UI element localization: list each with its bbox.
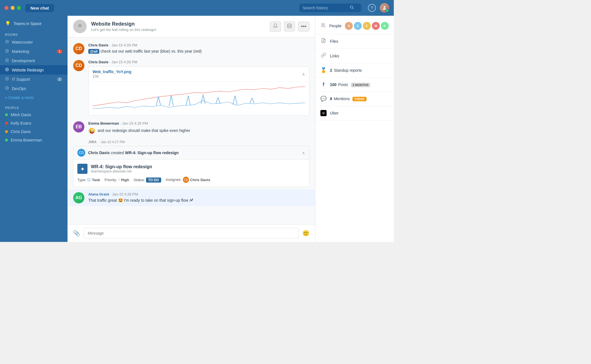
jira-type-label: Type: ☑ Task [77, 177, 100, 182]
sidebar-item-label: Marketing [12, 49, 29, 54]
user-avatar[interactable] [380, 3, 389, 13]
search-input[interactable] [303, 6, 348, 10]
collapse-icon[interactable]: ∧ [302, 71, 305, 77]
jira-assignee-label: Assignee CD Chris Davis [166, 177, 210, 183]
sidebar-item-website-redesign[interactable]: Website Redesign [0, 65, 68, 75]
chat-header-info: Website Redesign Let's get the ball roll… [91, 21, 265, 32]
channel-avatar [73, 20, 87, 33]
help-icon[interactable]: ? [368, 4, 376, 12]
more-options-button[interactable]: ••• [298, 22, 309, 32]
maximize-button[interactable] [17, 6, 21, 10]
jira-issue-info: WR-4: Sign-up flow redesign teamsinspace… [91, 164, 152, 173]
people-avatar-1: A [345, 22, 353, 30]
messages-area[interactable]: CD Chris Davis · Jan-15 4:26 PM @all che… [68, 37, 315, 224]
people-icon [320, 23, 326, 29]
people-label: People [329, 24, 341, 28]
message-content: Alana Grant · Jan-15 4:28 PM That traffi… [88, 192, 309, 203]
people-avatar-4: M [372, 22, 380, 30]
room-icon [5, 49, 9, 54]
message-body: and our redesign should make that spike … [98, 128, 190, 133]
right-panel-mentions[interactable]: 💬 8 Mentions TODAY [315, 92, 394, 106]
search-icon [350, 5, 354, 10]
posts-label: 100 Posts 2 MONTHS [330, 82, 370, 87]
sidebar-item-label: IT Support [12, 77, 30, 82]
right-panel-files[interactable]: Files [315, 34, 394, 49]
message-row: CD Chris Davis · Jan-15 4:26 PM @all che… [68, 40, 315, 57]
sidebar-item-watercooler[interactable]: Watercooler [0, 37, 68, 47]
jira-collapse-icon[interactable]: ∧ [302, 150, 305, 156]
jira-url: teamsinspace.atlassian.net [91, 169, 152, 173]
sidebar-item-label: Development [12, 59, 35, 63]
files-label: Files [330, 39, 338, 44]
sender-avatar: CD [73, 60, 84, 71]
sidebar-person-emma[interactable]: Emma Bowerman [0, 136, 68, 144]
sidebar-person-chris[interactable]: Chris Davis [0, 127, 68, 136]
create-room-button[interactable]: + Create a room [0, 93, 68, 102]
right-panel-uber[interactable]: U Uber [315, 106, 394, 120]
posts-label-text: Posts [338, 82, 348, 87]
sidebar-item-label: DevOps [12, 86, 26, 91]
message-row-highlighted: AG Alana Grant · Jan-15 4:28 PM That tra… [68, 189, 315, 206]
chart-area [89, 82, 309, 115]
jira-action-text: Chris Davis created WR-4: Sign-up flow r… [88, 150, 179, 155]
right-panel-standup[interactable]: 🏅 2 Standup reports [315, 63, 394, 78]
people-avatar-3: E [363, 22, 371, 30]
message-content: Emma Bowerman · Jan-15 4:26 PM 😜 and our… [88, 121, 309, 135]
person-name: Emma Bowerman [11, 138, 42, 142]
people-avatars: A C E M K [345, 22, 389, 30]
posts-badge: 2 MONTHS [351, 83, 370, 87]
status-dot-orange [5, 130, 8, 133]
mentions-label-text: Mentions [334, 96, 350, 101]
traffic-chart [93, 84, 305, 111]
sidebar-item-marketing[interactable]: Marketing 1 [0, 47, 68, 56]
sender-avatar: AG [73, 192, 84, 203]
emoji: 😜 [88, 128, 95, 134]
posts-count: 100 [330, 82, 336, 87]
sender-avatar: EB [73, 121, 84, 132]
sidebar-item-devops[interactable]: DevOps [0, 84, 68, 93]
it-support-badge: 2 [57, 77, 62, 81]
jira-assignee-avatar: CD [183, 177, 189, 183]
chat-area: Website Redesign Let's get the ball roll… [68, 16, 315, 242]
right-sidebar: People A C E M K Files Links 🏅 [315, 16, 394, 242]
mentions-icon: 💬 [320, 96, 327, 102]
sidebar-person-mitch[interactable]: Mitch Davis [0, 111, 68, 119]
new-chat-button[interactable]: New chat [25, 4, 54, 12]
jira-card-header: CD Chris Davis created WR-4: Sign-up flo… [73, 146, 309, 160]
attach-button[interactable]: 📎 [73, 230, 80, 237]
facebook-icon: f [320, 82, 327, 87]
right-panel-links[interactable]: Links [315, 49, 394, 63]
message-body: That traffic great 🤩 I'm ready to take o… [88, 198, 193, 203]
attachment-name[interactable]: Web_traffic_YoY.png [93, 69, 131, 74]
svg-point-8 [6, 60, 8, 61]
status-dot-green [5, 113, 8, 116]
minimize-button[interactable] [11, 6, 15, 10]
message-input[interactable] [84, 228, 299, 239]
titlebar: New chat ? [0, 0, 394, 16]
close-button[interactable] [5, 6, 8, 10]
main-layout: 💡 Teams in Space ROOMS Watercooler Marke… [0, 16, 394, 242]
message-row: EB Emma Bowerman · Jan-15 4:26 PM 😜 and … [68, 118, 315, 138]
sidebar-team: 💡 Teams in Space [0, 18, 68, 29]
notifications-button[interactable] [270, 21, 281, 32]
sidebar-item-development[interactable]: Development [0, 56, 68, 65]
message-time: · Jan-15 4:26 PM [120, 121, 148, 125]
jira-priority-value: High [121, 178, 129, 182]
right-panel-people[interactable]: People A C E M K [315, 18, 394, 34]
mentions-badge: TODAY [352, 97, 366, 101]
message-text: That traffic great 🤩 I'm ready to take o… [88, 197, 309, 203]
sidebar-item-it-support[interactable]: IT Support 2 [0, 75, 68, 84]
message-meta: Chris Davis · Jan-15 4:26 PM [88, 43, 309, 47]
right-panel-posts[interactable]: f 100 Posts 2 MONTHS [315, 78, 394, 92]
svg-text:✦: ✦ [80, 166, 85, 172]
files-button[interactable] [284, 21, 295, 32]
emoji-button[interactable]: 🙂 [302, 230, 309, 237]
standup-icon: 🏅 [320, 67, 327, 73]
search-bar [299, 4, 361, 12]
sidebar-person-kelly[interactable]: Kelly Evans [0, 119, 68, 127]
jira-priority-icon: ↑ [118, 177, 120, 182]
message-text: 😜 and our redesign should make that spik… [88, 127, 309, 135]
jira-time: · Jan-15 4:27 PM [99, 140, 125, 144]
people-header: PEOPLE [0, 102, 68, 111]
jira-card: CD Chris Davis created WR-4: Sign-up flo… [73, 146, 309, 187]
